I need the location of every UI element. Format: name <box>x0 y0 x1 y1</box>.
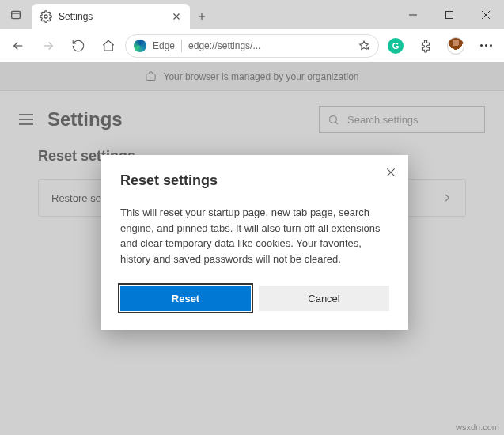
tab-overview-button[interactable] <box>0 0 32 29</box>
back-button[interactable] <box>5 32 32 59</box>
dialog-close-button[interactable] <box>385 166 397 179</box>
grammarly-icon: G <box>388 38 404 54</box>
extensions-button[interactable] <box>412 32 439 59</box>
cancel-button[interactable]: Cancel <box>259 286 389 311</box>
tab-close-icon[interactable] <box>171 11 182 22</box>
svg-rect-8 <box>446 11 453 18</box>
tab-settings[interactable]: Settings <box>32 4 190 29</box>
url-text: edge://settings/... <box>188 40 351 51</box>
more-button[interactable] <box>472 32 499 59</box>
watermark: wsxdn.com <box>456 422 499 432</box>
tab-title: Settings <box>59 11 165 22</box>
minimize-button[interactable] <box>395 0 431 29</box>
dialog-buttons: Reset Cancel <box>120 286 389 311</box>
edge-logo-icon <box>134 40 146 52</box>
refresh-button[interactable] <box>65 32 92 59</box>
dialog-title: Reset settings <box>120 172 389 189</box>
profile-button[interactable] <box>442 32 469 59</box>
more-icon <box>480 44 492 47</box>
address-bar[interactable]: Edge edge://settings/... <box>125 34 379 58</box>
add-favorite-icon[interactable] <box>358 40 370 52</box>
reset-settings-dialog: Reset settings This will reset your star… <box>101 155 408 330</box>
grammarly-button[interactable]: G <box>382 32 409 59</box>
window-controls <box>395 0 504 29</box>
reset-button[interactable]: Reset <box>120 286 251 311</box>
home-button[interactable] <box>95 32 122 59</box>
svg-point-2 <box>44 15 47 18</box>
avatar-icon <box>447 37 464 55</box>
tab-strip: Settings <box>0 0 214 29</box>
toolbar: Edge edge://settings/... G <box>0 29 504 62</box>
dialog-body: This will reset your startup page, new t… <box>120 205 389 267</box>
titlebar: Settings <box>0 0 504 29</box>
forward-button[interactable] <box>35 32 62 59</box>
close-window-button[interactable] <box>468 0 504 29</box>
browser-label: Edge <box>153 40 175 51</box>
svg-rect-0 <box>12 11 21 18</box>
new-tab-button[interactable] <box>190 4 214 29</box>
gear-icon <box>40 10 52 23</box>
maximize-button[interactable] <box>431 0 468 29</box>
